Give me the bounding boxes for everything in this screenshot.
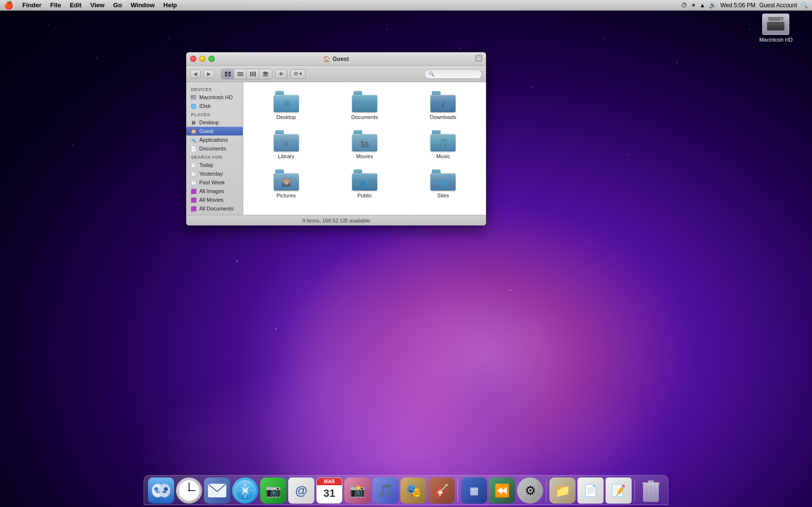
idisk-icon: 🌐 <box>190 103 197 109</box>
public-folder-label: Public <box>357 193 372 198</box>
list-view-button[interactable] <box>234 69 247 79</box>
dock-document[interactable]: 📝 <box>605 477 632 504</box>
search-box[interactable]: 🔍 <box>424 69 482 79</box>
movies-folder-label: Movies <box>356 153 373 159</box>
dock-facetime[interactable]: 📷 <box>260 477 286 504</box>
time-machine-icon[interactable]: ⏱ <box>681 2 687 9</box>
sidebar-item-documents[interactable]: 📄 Documents <box>186 144 243 153</box>
search-icon[interactable]: 🔍 <box>801 2 808 9</box>
dock-calendar[interactable]: MAR 31 <box>316 477 342 504</box>
folder-documents[interactable]: Documents <box>326 87 402 124</box>
close-button[interactable] <box>190 56 196 62</box>
addressbook-dock-icon: @ <box>288 477 314 504</box>
sidebar-item-applications[interactable]: 🔩 Applications <box>186 135 243 144</box>
window-collapse-btn[interactable] <box>475 55 482 63</box>
menu-view[interactable]: View <box>87 0 108 11</box>
dock-garageband[interactable]: 🎸 <box>428 477 455 504</box>
user-account[interactable]: Guest Account <box>759 2 797 9</box>
dock-trash[interactable] <box>638 477 664 504</box>
svg-rect-9 <box>237 72 243 73</box>
public-folder-icon: 👥 <box>352 169 377 191</box>
column-view-button[interactable] <box>247 69 259 79</box>
dock-separator-2 <box>546 479 546 502</box>
action-button[interactable]: ⚙ ▾ <box>290 69 306 79</box>
folder-movies[interactable]: 🎬 Movies <box>326 126 402 163</box>
today-icon: 🕐 <box>190 162 197 168</box>
clock-svg <box>177 479 201 502</box>
menu-go[interactable]: Go <box>109 0 126 11</box>
volume-icon[interactable]: 🔊 <box>709 2 716 9</box>
menu-window[interactable]: Window <box>127 0 159 11</box>
dock-sysprefs[interactable]: ⚙ <box>517 477 543 504</box>
dock-spaces[interactable]: ▦ <box>461 477 487 504</box>
apple-menu[interactable]: 🍎 <box>4 0 14 10</box>
document-dock-icon: 📝 <box>605 477 632 504</box>
folder-pictures[interactable]: 🌄 Pictures <box>248 165 324 202</box>
mac-hd-icon <box>762 14 789 35</box>
back-button[interactable]: ◀ <box>190 70 201 78</box>
desktop-folder-label: Desktop <box>276 114 295 120</box>
sidebar-item-all-movies[interactable]: 🟪 All Movies <box>186 195 243 204</box>
past-week-icon: 🕐 <box>190 179 197 186</box>
sidebar-item-desktop[interactable]: 🖥 Desktop <box>186 118 243 127</box>
folder-downloads[interactable]: ⬇ Downloads <box>405 87 481 124</box>
dock-mail[interactable] <box>204 477 230 504</box>
pictures-folder-overlay: 🌄 <box>281 178 291 187</box>
dock-itunes[interactable]: 🎵 <box>372 477 399 504</box>
dock-safari[interactable] <box>232 477 258 504</box>
menu-finder[interactable]: Finder <box>18 0 45 11</box>
sites-folder-icon: 🌐 <box>430 169 456 191</box>
sidebar-item-today[interactable]: 🕐 Today <box>186 161 243 169</box>
menu-file[interactable]: File <box>46 0 65 11</box>
gear-icon: ⚙ <box>294 71 298 77</box>
all-movies-icon: 🟪 <box>190 196 197 203</box>
sidebar-item-all-images[interactable]: 🟪 All Images <box>186 187 243 195</box>
desktop-folder-icon: 🖥 <box>274 91 299 112</box>
dock-pdf[interactable]: 📄 <box>577 477 604 504</box>
bluetooth-icon[interactable]: ✶ <box>691 2 696 9</box>
dock: 📷 @ MAR 31 📸 🎵 <box>0 468 812 507</box>
dock-finder[interactable] <box>148 477 174 504</box>
datetime-display: Wed 5:06 PM <box>720 2 755 9</box>
documents-sidebar-icon: 📄 <box>190 145 197 152</box>
mac-hd-desktop-icon[interactable]: Macintosh HD <box>759 14 793 43</box>
sidebar-item-past-week[interactable]: 🕐 Past Week <box>186 178 243 187</box>
folder-music[interactable]: 🎵 Music <box>405 126 481 163</box>
documents-folder-label: Documents <box>351 114 378 120</box>
dock-iphoto[interactable]: 📸 <box>344 477 370 504</box>
svg-rect-20 <box>191 96 193 97</box>
quick-look-button[interactable]: 👁 <box>275 69 287 79</box>
sidebar-item-guest[interactable]: 🏠 Guest <box>186 127 243 135</box>
maximize-button[interactable] <box>208 56 215 62</box>
dock-photobooth[interactable]: 🎭 <box>400 477 427 504</box>
svg-rect-13 <box>252 72 253 76</box>
dock-addressbook[interactable]: @ <box>288 477 314 504</box>
sidebar-item-all-documents[interactable]: 🟪 All Documents <box>186 204 243 213</box>
folder-library[interactable]: 🏛 Library <box>248 126 324 163</box>
forward-button[interactable]: ▶ <box>204 70 214 78</box>
wifi-icon[interactable]: ▲ <box>700 2 706 9</box>
icon-view-button[interactable] <box>221 69 234 79</box>
sidebar-item-idisk[interactable]: 🌐 iDisk <box>186 102 243 110</box>
svg-point-26 <box>156 491 160 493</box>
folder-sites[interactable]: 🌐 Sites <box>405 165 481 202</box>
menubar-right: ⏱ ✶ ▲ 🔊 Wed 5:06 PM Guest Account 🔍 <box>681 2 808 9</box>
dock-timemachine[interactable]: ⏪ <box>489 477 515 504</box>
svg-rect-19 <box>191 95 196 100</box>
window-body: DEVICES Macintosh HD 🌐 iDisk PLACES 🖥 De… <box>186 82 486 215</box>
sidebar-item-macintosh-hd[interactable]: Macintosh HD <box>186 93 243 102</box>
cover-flow-button[interactable] <box>259 69 272 79</box>
toolbar: ◀ ▶ <box>186 66 486 82</box>
svg-rect-5 <box>225 72 227 74</box>
dock-clock[interactable] <box>176 477 202 504</box>
minimize-button[interactable] <box>199 56 206 62</box>
dock-stack[interactable]: 📁 <box>549 477 576 504</box>
finder-icon-svg <box>148 477 174 504</box>
menu-edit[interactable]: Edit <box>66 0 86 11</box>
sidebar-item-yesterday[interactable]: 🕐 Yesterday <box>186 169 243 178</box>
folder-desktop[interactable]: 🖥 Desktop <box>248 87 324 124</box>
traffic-lights <box>190 56 215 62</box>
menu-help[interactable]: Help <box>160 0 181 11</box>
movies-folder-icon: 🎬 <box>352 130 377 151</box>
folder-public[interactable]: 👥 Public <box>326 165 402 202</box>
